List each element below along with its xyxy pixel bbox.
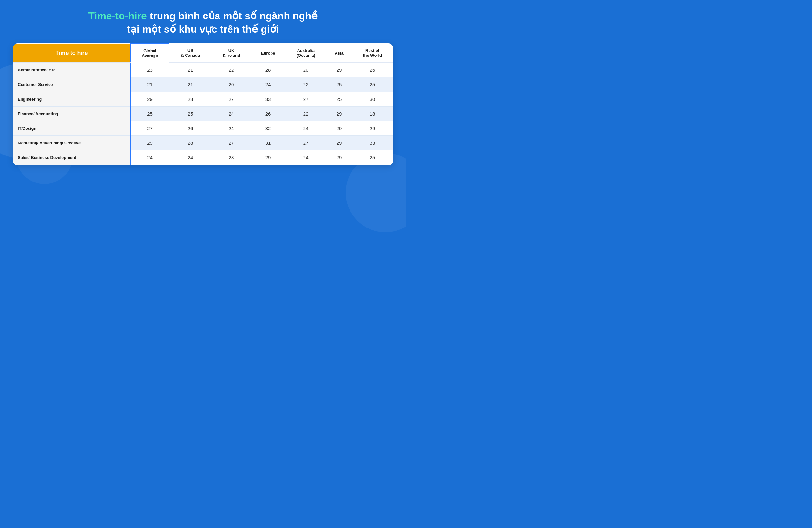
row-value: 33 [251,92,285,106]
row-value: 24 [212,106,251,121]
row-value: 33 [351,136,393,151]
row-value: 27 [131,121,169,136]
header-global-avg: GlobalAverage [131,44,169,62]
header-australia: Australia(Oceania) [285,44,327,62]
row-value: 24 [212,121,251,136]
row-value: 29 [327,151,351,165]
row-label: Customer Service [13,77,131,92]
row-value: 29 [327,106,351,121]
header-col-label: Time to hire [13,44,131,62]
row-value: 24 [169,151,212,165]
header-europe: Europe [251,44,285,62]
row-value: 28 [169,136,212,151]
table-row: Customer Service21212024222525 [13,77,393,92]
table-row: Sales/ Business Development2424232924292… [13,151,393,165]
row-value: 29 [327,136,351,151]
row-value: 22 [285,106,327,121]
row-value: 25 [169,106,212,121]
row-value: 29 [327,121,351,136]
row-value: 20 [285,62,327,77]
row-label: Sales/ Business Development [13,151,131,165]
row-value: 21 [169,62,212,77]
row-value: 29 [351,121,393,136]
table-header-row: Time to hire GlobalAverage US& Canada UK… [13,44,393,62]
row-value: 24 [251,77,285,92]
row-value: 25 [131,106,169,121]
row-value: 21 [169,77,212,92]
row-value: 26 [251,106,285,121]
row-value: 21 [131,77,169,92]
row-value: 29 [131,136,169,151]
row-value: 31 [251,136,285,151]
row-value: 26 [169,121,212,136]
row-value: 27 [212,136,251,151]
row-value: 24 [285,121,327,136]
row-value: 22 [212,62,251,77]
page-wrapper: Time-to-hire trung bình của một số ngành… [0,0,406,264]
row-label: Engineering [13,92,131,106]
header-rest: Rest ofthe World [351,44,393,62]
row-value: 25 [351,151,393,165]
title-highlight: Time-to-hire [88,10,147,22]
row-value: 30 [351,92,393,106]
table-container: Time to hire GlobalAverage US& Canada UK… [13,43,393,165]
row-label: IT/Design [13,121,131,136]
row-value: 25 [327,77,351,92]
row-value: 32 [251,121,285,136]
row-value: 29 [131,92,169,106]
row-value: 29 [251,151,285,165]
table-row: IT/Design27262432242929 [13,121,393,136]
table-row: Finance/ Accounting25252426222918 [13,106,393,121]
row-value: 27 [285,92,327,106]
row-value: 18 [351,106,393,121]
row-value: 25 [327,92,351,106]
row-value: 24 [131,151,169,165]
table-row: Administrative/ HR23212228202926 [13,62,393,77]
header-us-canada: US& Canada [169,44,212,62]
title-line2: tại một số khu vực trên thế giới [88,23,318,36]
row-value: 27 [285,136,327,151]
row-value: 29 [327,62,351,77]
row-value: 26 [351,62,393,77]
row-value: 25 [351,77,393,92]
row-label: Marketing/ Advertising/ Creative [13,136,131,151]
row-value: 28 [251,62,285,77]
row-value: 23 [131,62,169,77]
row-label: Administrative/ HR [13,62,131,77]
row-label: Finance/ Accounting [13,106,131,121]
header-uk-ireland: UK& Ireland [212,44,251,62]
row-value: 27 [212,92,251,106]
header-asia: Asia [327,44,351,62]
row-value: 28 [169,92,212,106]
row-value: 22 [285,77,327,92]
row-value: 23 [212,151,251,165]
row-value: 24 [285,151,327,165]
page-title: Time-to-hire trung bình của một số ngành… [88,10,318,36]
table-body: Administrative/ HR23212228202926Customer… [13,62,393,165]
title-text: trung bình của một số ngành nghề [147,10,318,22]
row-value: 20 [212,77,251,92]
table-row: Engineering29282733272530 [13,92,393,106]
table-row: Marketing/ Advertising/ Creative29282731… [13,136,393,151]
data-table: Time to hire GlobalAverage US& Canada UK… [13,43,393,165]
